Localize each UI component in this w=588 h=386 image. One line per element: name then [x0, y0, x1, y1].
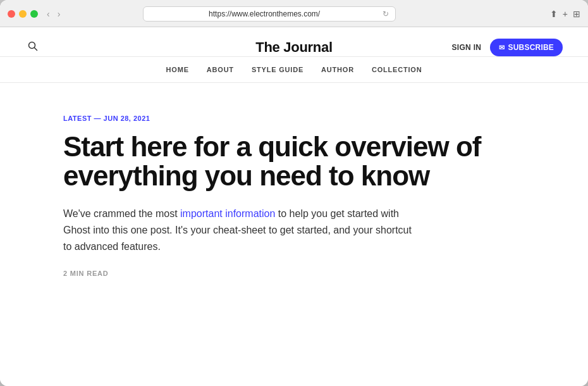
search-icon: [28, 41, 38, 51]
header-right: SIGN IN ✉ SUBSCRIBE: [294, 39, 563, 56]
excerpt-highlight: important information: [180, 208, 275, 219]
back-button[interactable]: ‹: [44, 8, 52, 20]
nav-home[interactable]: HOME: [166, 66, 189, 73]
browser-actions: ⬆ + ⊞: [550, 9, 580, 19]
website-content: The Journal SIGN IN ✉ SUBSCRIBE HOME ABO…: [0, 27, 588, 386]
share-button[interactable]: ⬆: [550, 9, 558, 19]
site-header: The Journal SIGN IN ✉ SUBSCRIBE: [0, 27, 588, 57]
refresh-icon: ↻: [383, 9, 389, 18]
header-left: [25, 39, 294, 56]
nav-author[interactable]: AUTHOR: [321, 66, 354, 73]
article-title: Start here for a quick overview of every…: [63, 132, 493, 190]
site-nav: HOME ABOUT STYLE GUIDE AUTHOR COLLECTION: [0, 57, 588, 83]
article-tag: LATEST — JUN 28, 2021: [63, 115, 525, 122]
browser-chrome: ‹ › https://www.electronthemes.com/ ↻ ⬆ …: [0, 0, 588, 27]
close-button[interactable]: [8, 10, 15, 18]
subscribe-label: SUBSCRIBE: [508, 43, 554, 52]
traffic-lights: [8, 10, 38, 18]
read-time: 2 MIN READ: [63, 270, 525, 277]
nav-collection[interactable]: COLLECTION: [372, 66, 422, 73]
main-content: LATEST — JUN 28, 2021 Start here for a q…: [0, 83, 588, 315]
nav-about[interactable]: ABOUT: [207, 66, 234, 73]
grid-button[interactable]: ⊞: [573, 9, 580, 19]
nav-style-guide[interactable]: STYLE GUIDE: [252, 66, 303, 73]
search-button[interactable]: [25, 39, 40, 56]
browser-window: ‹ › https://www.electronthemes.com/ ↻ ⬆ …: [0, 0, 588, 386]
envelope-icon: ✉: [499, 44, 505, 52]
nav-buttons: ‹ ›: [44, 8, 63, 20]
site-title: The Journal: [255, 39, 332, 56]
add-tab-button[interactable]: +: [563, 9, 568, 19]
url-text: https://www.electronthemes.com/: [150, 9, 379, 18]
svg-line-1: [35, 48, 37, 51]
minimize-button[interactable]: [19, 10, 27, 18]
article-excerpt: We've crammed the most important informa…: [63, 206, 417, 254]
excerpt-plain-start: We've crammed the most: [63, 208, 180, 219]
url-bar[interactable]: https://www.electronthemes.com/ ↻: [143, 6, 396, 22]
sign-in-link[interactable]: SIGN IN: [452, 43, 482, 52]
maximize-button[interactable]: [30, 10, 38, 18]
subscribe-button[interactable]: ✉ SUBSCRIBE: [490, 39, 563, 56]
forward-button[interactable]: ›: [55, 8, 63, 20]
